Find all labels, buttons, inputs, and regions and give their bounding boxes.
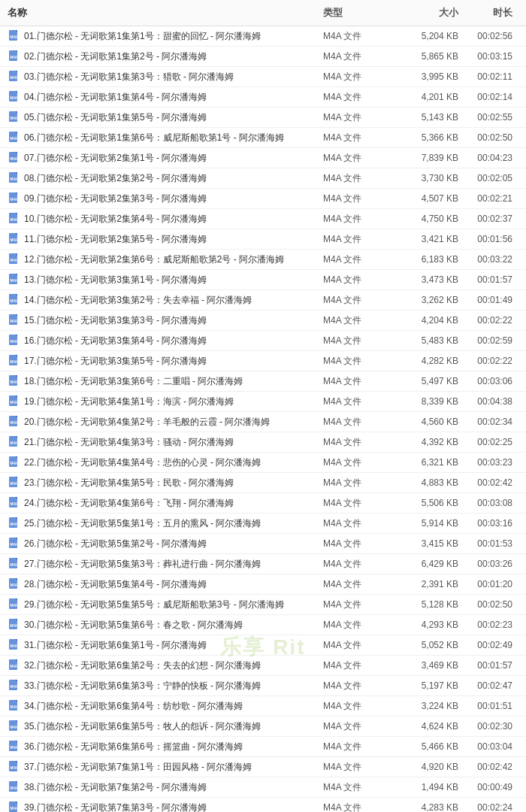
file-duration: 00:03:06 — [458, 376, 518, 386]
table-row[interactable]: M4A 19.门德尔松 - 无词歌第4集第1号：海滨 - 阿尔潘海姆M4A 文件… — [0, 392, 526, 412]
table-row[interactable]: M4A 01.门德尔松 - 无词歌第1集第1号：甜蜜的回忆 - 阿尔潘海姆M4A… — [0, 26, 526, 47]
file-duration: 00:03:23 — [458, 457, 518, 468]
table-row[interactable]: M4A 36.门德尔松 - 无词歌第6集第6号：摇篮曲 - 阿尔潘海姆M4A 文… — [0, 737, 526, 757]
svg-text:M4A: M4A — [11, 624, 18, 628]
table-row[interactable]: M4A 26.门德尔松 - 无词歌第5集第2号 - 阿尔潘海姆M4A 文件3,4… — [0, 534, 526, 554]
svg-text:M4A: M4A — [11, 380, 18, 384]
table-row[interactable]: M4A 37.门德尔松 - 无词歌第7集第1号：田园风格 - 阿尔潘海姆M4A … — [0, 757, 526, 777]
file-duration: 00:02:59 — [458, 335, 518, 346]
file-name: 06.门德尔松 - 无词歌第1集第6号：威尼斯船歌第1号 - 阿尔潘海姆 — [24, 132, 323, 144]
table-row[interactable]: M4A 23.门德尔松 - 无词歌第4集第5号：民歌 - 阿尔潘海姆M4A 文件… — [0, 473, 526, 493]
table-row[interactable]: M4A 27.门德尔松 - 无词歌第5集第3号：葬礼进行曲 - 阿尔潘海姆M4A… — [0, 554, 526, 574]
file-size: 4,920 KB — [391, 762, 458, 772]
svg-text:M4A: M4A — [11, 746, 18, 750]
table-row[interactable]: M4A 30.门德尔松 - 无词歌第5集第6号：春之歌 - 阿尔潘海姆M4A 文… — [0, 615, 526, 635]
table-row[interactable]: M4A 35.门德尔松 - 无词歌第6集第5号：牧人的怨诉 - 阿尔潘海姆M4A… — [0, 717, 526, 737]
file-name: 30.门德尔松 - 无词歌第5集第6号：春之歌 - 阿尔潘海姆 — [24, 619, 323, 632]
file-type: M4A 文件 — [323, 294, 391, 307]
table-row[interactable]: M4A 02.门德尔松 - 无词歌第1集第2号 - 阿尔潘海姆M4A 文件5,8… — [0, 47, 526, 67]
file-type: M4A 文件 — [323, 395, 391, 408]
table-row[interactable]: M4A 28.门德尔松 - 无词歌第5集第4号 - 阿尔潘海姆M4A 文件2,3… — [0, 574, 526, 595]
svg-text:M4A: M4A — [11, 543, 18, 547]
table-row[interactable]: M4A 10.门德尔松 - 无词歌第2集第4号 - 阿尔潘海姆M4A 文件4,7… — [0, 209, 526, 229]
svg-text:M4A: M4A — [11, 685, 18, 689]
table-row[interactable]: M4A 06.门德尔松 - 无词歌第1集第6号：威尼斯船歌第1号 - 阿尔潘海姆… — [0, 128, 526, 148]
table-row[interactable]: M4A 04.门德尔松 - 无词歌第1集第4号 - 阿尔潘海姆M4A 文件4,2… — [0, 87, 526, 108]
table-row[interactable]: M4A 32.门德尔松 - 无词歌第6集第2号：失去的幻想 - 阿尔潘海姆M4A… — [0, 656, 526, 676]
svg-text:M4A: M4A — [11, 502, 18, 506]
table-row[interactable]: M4A 25.门德尔松 - 无词歌第5集第1号：五月的熏风 - 阿尔潘海姆M4A… — [0, 514, 526, 534]
header-type: 类型 — [323, 6, 391, 20]
file-name: 13.门德尔松 - 无词歌第3集第1号 - 阿尔潘海姆 — [24, 274, 323, 286]
table-row[interactable]: M4A 15.门德尔松 - 无词歌第3集第3号 - 阿尔潘海姆M4A 文件4,2… — [0, 311, 526, 331]
file-icon: M4A — [8, 273, 21, 286]
file-icon: M4A — [8, 334, 21, 347]
file-name: 03.门德尔松 - 无词歌第1集第3号：猎歌 - 阿尔潘海姆 — [24, 71, 323, 83]
table-row[interactable]: M4A 22.门德尔松 - 无词歌第4集第4号：悲伤的心灵 - 阿尔潘海姆M4A… — [0, 453, 526, 473]
svg-text:M4A: M4A — [11, 56, 18, 59]
file-icon: M4A — [8, 517, 21, 530]
file-name: 20.门德尔松 - 无词歌第4集第2号：羊毛般的云霞 - 阿尔潘海姆 — [24, 416, 323, 429]
table-row[interactable]: M4A 05.门德尔松 - 无词歌第1集第5号 - 阿尔潘海姆M4A 文件5,1… — [0, 108, 526, 128]
file-size: 3,262 KB — [391, 295, 458, 305]
file-duration: 00:03:22 — [458, 254, 518, 265]
file-duration: 00:02:37 — [458, 214, 518, 224]
table-row[interactable]: M4A 07.门德尔松 - 无词歌第2集第1号 - 阿尔潘海姆M4A 文件7,8… — [0, 148, 526, 168]
file-size: 7,839 KB — [391, 153, 458, 163]
table-row[interactable]: M4A 13.门德尔松 - 无词歌第3集第1号 - 阿尔潘海姆M4A 文件3,4… — [0, 270, 526, 290]
file-type: M4A 文件 — [323, 355, 391, 368]
table-row[interactable]: M4A 11.门德尔松 - 无词歌第2集第5号 - 阿尔潘海姆M4A 文件3,4… — [0, 229, 526, 250]
file-icon: M4A — [8, 618, 21, 632]
file-type: M4A 文件 — [323, 152, 391, 165]
svg-text:M4A: M4A — [11, 604, 18, 607]
table-row[interactable]: M4A 31.门德尔松 - 无词歌第6集第1号 - 阿尔潘海姆M4A 文件5,0… — [0, 635, 526, 656]
file-name: 35.门德尔松 - 无词歌第6集第5号：牧人的怨诉 - 阿尔潘海姆 — [24, 720, 323, 733]
file-type: M4A 文件 — [323, 91, 391, 104]
file-size: 4,283 KB — [391, 802, 458, 812]
file-icon: M4A — [8, 476, 21, 489]
table-row[interactable]: M4A 34.门德尔松 - 无词歌第6集第4号：纺纱歌 - 阿尔潘海姆M4A 文… — [0, 696, 526, 717]
file-size: 5,197 KB — [391, 680, 458, 691]
table-row[interactable]: M4A 33.门德尔松 - 无词歌第6集第3号：宁静的快板 - 阿尔潘海姆M4A… — [0, 676, 526, 696]
file-duration: 00:03:26 — [458, 559, 518, 569]
file-type: M4A 文件 — [323, 598, 391, 611]
table-row[interactable]: M4A 16.门德尔松 - 无词歌第3集第4号 - 阿尔潘海姆M4A 文件5,4… — [0, 331, 526, 351]
file-type: M4A 文件 — [323, 558, 391, 571]
table-row[interactable]: M4A 20.门德尔松 - 无词歌第4集第2号：羊毛般的云霞 - 阿尔潘海姆M4… — [0, 412, 526, 432]
table-row[interactable]: M4A 18.门德尔松 - 无词歌第3集第6号：二重唱 - 阿尔潘海姆M4A 文… — [0, 371, 526, 392]
table-row[interactable]: M4A 38.门德尔松 - 无词歌第7集第2号 - 阿尔潘海姆M4A 文件1,4… — [0, 777, 526, 798]
file-icon: M4A — [8, 171, 21, 185]
file-size: 4,624 KB — [391, 721, 458, 732]
table-row[interactable]: M4A 21.门德尔松 - 无词歌第4集第3号：骚动 - 阿尔潘海姆M4A 文件… — [0, 432, 526, 453]
table-row[interactable]: M4A 14.门德尔松 - 无词歌第3集第2号：失去幸福 - 阿尔潘海姆M4A … — [0, 290, 526, 311]
table-row[interactable]: M4A 03.门德尔松 - 无词歌第1集第3号：猎歌 - 阿尔潘海姆M4A 文件… — [0, 67, 526, 87]
file-icon: M4A — [8, 679, 21, 692]
table-row[interactable]: M4A 09.门德尔松 - 无词歌第2集第3号 - 阿尔潘海姆M4A 文件4,5… — [0, 189, 526, 209]
file-size: 3,995 KB — [391, 71, 458, 82]
table-row[interactable]: M4A 08.门德尔松 - 无词歌第2集第2号 - 阿尔潘海姆M4A 文件3,7… — [0, 168, 526, 189]
file-icon: M4A — [8, 577, 21, 591]
table-row[interactable]: M4A 39.门德尔松 - 无词歌第7集第3号 - 阿尔潘海姆M4A 文件4,2… — [0, 798, 526, 812]
file-duration: 00:02:14 — [458, 92, 518, 102]
table-row[interactable]: M4A 24.门德尔松 - 无词歌第4集第6号：飞翔 - 阿尔潘海姆M4A 文件… — [0, 493, 526, 514]
file-size: 3,415 KB — [391, 538, 458, 549]
file-icon: M4A — [8, 557, 21, 571]
file-icon: M4A — [8, 111, 21, 124]
svg-text:M4A: M4A — [11, 157, 18, 161]
file-icon: M4A — [8, 314, 21, 327]
file-size: 4,201 KB — [391, 92, 458, 102]
svg-text:M4A: M4A — [11, 76, 18, 80]
table-row[interactable]: M4A 29.门德尔松 - 无词歌第5集第5号：威尼斯船歌第3号 - 阿尔潘海姆… — [0, 595, 526, 615]
table-row[interactable]: M4A 17.门德尔松 - 无词歌第3集第5号 - 阿尔潘海姆M4A 文件4,2… — [0, 351, 526, 371]
file-size: 4,560 KB — [391, 417, 458, 427]
file-name: 25.门德尔松 - 无词歌第5集第1号：五月的熏风 - 阿尔潘海姆 — [24, 517, 323, 530]
table-row[interactable]: M4A 12.门德尔松 - 无词歌第2集第6号：威尼斯船歌第2号 - 阿尔潘海姆… — [0, 250, 526, 270]
svg-text:M4A: M4A — [11, 198, 18, 201]
svg-text:M4A: M4A — [11, 340, 18, 344]
file-size: 3,421 KB — [391, 234, 458, 244]
file-size: 3,730 KB — [391, 173, 458, 183]
svg-text:M4A: M4A — [11, 137, 18, 141]
file-type: M4A 文件 — [323, 538, 391, 550]
svg-text:M4A: M4A — [11, 766, 18, 770]
file-name: 27.门德尔松 - 无词歌第5集第3号：葬礼进行曲 - 阿尔潘海姆 — [24, 558, 323, 571]
